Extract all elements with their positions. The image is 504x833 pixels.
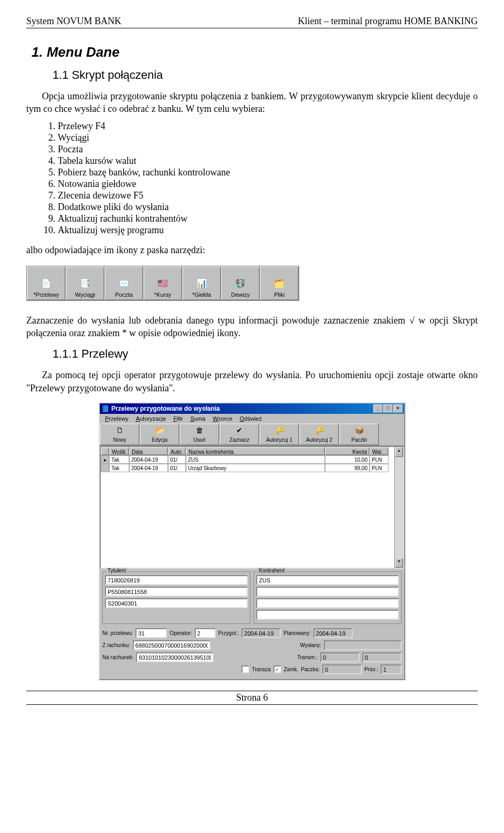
list-item: Aktualizuj rachunki kontrahentów	[58, 213, 478, 224]
field-na-rachunek[interactable]	[136, 652, 214, 662]
statement-icon: 📑	[78, 278, 92, 289]
menu-autoryzacje[interactable]: Autoryzacje	[133, 415, 169, 422]
details-panel: Tytułem Kontrahent Nr. przelewu: Operato…	[100, 569, 404, 679]
menu-odswiez[interactable]: Odśwież	[237, 415, 265, 422]
menu-przelewy[interactable]: Przelewy	[102, 415, 132, 422]
field-kontrahent-4[interactable]	[256, 610, 399, 620]
toolbar-kursy[interactable]: 🇺🇸*Kursy	[143, 266, 182, 300]
col-wal[interactable]: Wal.	[370, 447, 388, 455]
list-item: Wyciągi	[58, 132, 478, 143]
col-auto[interactable]: Auto.	[168, 447, 186, 455]
btn-edycja[interactable]: 📂Edycja	[140, 423, 180, 445]
close-button[interactable]: ×	[393, 404, 403, 413]
toolbar-dewizy[interactable]: 💱Dewizy	[221, 266, 260, 300]
table-row[interactable]: Tak 2004-04-19 01/ Urząd Skarbowy 99,00 …	[101, 464, 403, 472]
page-footer: Strona 6	[26, 691, 478, 705]
field-kontrahent-3[interactable]	[256, 598, 399, 608]
field-planowany	[313, 628, 353, 638]
label-z-rachunku: Z rachunku:	[102, 642, 130, 648]
window-title: Przelewy przygotowane do wysłania	[111, 405, 220, 412]
window-przelewy: 📘Przelewy przygotowane do wysłania _ □ ×…	[99, 402, 405, 680]
toolbar-pliki[interactable]: 🗂️Pliki	[260, 266, 299, 300]
field-tytul-2[interactable]	[105, 587, 248, 597]
heading-1-1-1: 1.1.1 Przelewy	[52, 347, 478, 361]
label-transza: Transza	[252, 667, 271, 672]
field-nr-przelewu[interactable]	[135, 628, 167, 638]
scroll-up-icon[interactable]: ▴	[395, 447, 403, 457]
page-number: Strona 6	[236, 692, 268, 703]
heading-1: 1. Menu Dane	[32, 44, 478, 60]
col-kwota[interactable]: Kwota	[325, 447, 370, 455]
data-grid[interactable]: Wyślij Data Auto. Nazwa kontrahenta Kwot…	[100, 446, 404, 569]
flag-icon: 🇺🇸	[156, 278, 170, 289]
window-toolbar: 🗋Nowy 📂Edycja 🗑Usuń ✔Zaznacz 🔑Autoryzuj …	[100, 423, 404, 446]
btn-autoryzuj1[interactable]: 🔑Autoryzuj 1	[259, 423, 299, 445]
field-kontrahent-1[interactable]	[256, 575, 399, 585]
window-icon: 📘	[101, 405, 109, 412]
grid-header: Wyślij Data Auto. Nazwa kontrahenta Kwot…	[101, 447, 403, 455]
table-row[interactable]: ▸ Tak 2004-04-19 01/ ZUS 10,00 PLN	[101, 455, 403, 464]
label-wyslany: Wysłany:	[300, 642, 321, 648]
currency-icon: 💱	[234, 278, 247, 289]
maximize-button[interactable]: □	[383, 404, 393, 413]
stock-icon: 📊	[195, 278, 208, 289]
field-kontrahent-2[interactable]	[256, 587, 399, 597]
field-operator[interactable]	[195, 628, 216, 638]
row-marker: ▸	[101, 455, 109, 464]
label-planowany: Planowany:	[284, 630, 311, 636]
label-operator: Operator:	[170, 630, 192, 636]
toolbar-wyciagi[interactable]: 📑Wyciągi	[66, 266, 104, 300]
btn-autoryzuj2[interactable]: 🔑Autoryzuj 2	[299, 423, 339, 445]
label-przygot: Przygot.:	[218, 630, 239, 636]
col-wyslij[interactable]: Wyślij	[109, 447, 129, 455]
btn-nowy[interactable]: 🗋Nowy	[100, 423, 140, 445]
field-wyslany	[324, 640, 402, 650]
label-nr-przelewu: Nr. przelewu:	[102, 630, 133, 636]
toolbar-przelewy[interactable]: 📄*Przelewy	[27, 266, 66, 300]
list-item: Przelewy F4	[58, 121, 478, 132]
toolbar-gielda[interactable]: 📊*Giełda	[182, 266, 221, 300]
field-z-rachunku[interactable]	[133, 640, 211, 650]
btn-paczki[interactable]: 📦Paczki	[339, 423, 379, 445]
col-data[interactable]: Data	[129, 447, 168, 455]
group-kontrahent: Kontrahent	[254, 571, 402, 624]
paragraph-mark-info: Zaznaczenie do wysłania lub odebrania da…	[26, 314, 478, 340]
group-tytulem: Tytułem	[102, 571, 250, 624]
heading-1-1: 1.1 Skrypt połączenia	[52, 68, 478, 82]
scroll-down-icon[interactable]: ▾	[395, 558, 403, 568]
titlebar[interactable]: 📘Przelewy przygotowane do wysłania _ □ ×	[100, 403, 404, 414]
btn-usun[interactable]: 🗑Usuń	[180, 423, 219, 445]
field-prior	[381, 664, 402, 674]
field-tytul-1[interactable]	[105, 575, 248, 585]
page-header: System NOVUM BANK Klient – terminal prog…	[26, 16, 478, 28]
field-tytul-3[interactable]	[105, 598, 248, 608]
scrollbar[interactable]: ▴ ▾	[394, 447, 403, 568]
new-icon: 🗋	[116, 426, 123, 435]
package-icon: 📦	[355, 426, 364, 435]
key-icon: 🔑	[315, 426, 324, 435]
menu-filtr[interactable]: Filtr	[170, 415, 186, 422]
btn-zaznacz[interactable]: ✔Zaznacz	[219, 423, 259, 445]
field-przygot	[242, 628, 281, 638]
files-icon: 🗂️	[272, 278, 286, 289]
list-item: Tabela kursów walut	[58, 155, 478, 166]
menu-wzorce[interactable]: Wzorce	[209, 415, 235, 422]
minimize-button[interactable]: _	[373, 404, 383, 413]
header-left: System NOVUM BANK	[26, 16, 121, 27]
label-paczka: Paczka:	[301, 667, 320, 672]
paragraph-intro: Opcja umożliwia przygotowanie skryptu po…	[26, 90, 478, 116]
menu-suma[interactable]: Suma	[187, 415, 208, 422]
toolbar-poczta[interactable]: ✉️Poczta	[104, 266, 143, 300]
list-item: Poczta	[58, 144, 478, 155]
list-item: Dodatkowe pliki do wysłania	[58, 202, 478, 213]
list-item: Notowania giełdowe	[58, 179, 478, 190]
col-nazwa[interactable]: Nazwa kontrahenta	[186, 447, 325, 455]
paragraph-przelewy: Za pomocą tej opcji operator przygotowuj…	[26, 369, 478, 394]
field-transm2	[362, 652, 402, 662]
delete-icon: 🗑	[196, 426, 203, 435]
options-list: Przelewy F4 Wyciągi Poczta Tabela kursów…	[58, 121, 478, 236]
list-item: Zlecenia dewizowe F5	[58, 190, 478, 201]
checkbox-zamk[interactable]: ✓	[274, 665, 281, 673]
checkbox-transza[interactable]	[242, 665, 249, 673]
menubar: Przelewy Autoryzacje Filtr Suma Wzorce O…	[100, 414, 404, 423]
